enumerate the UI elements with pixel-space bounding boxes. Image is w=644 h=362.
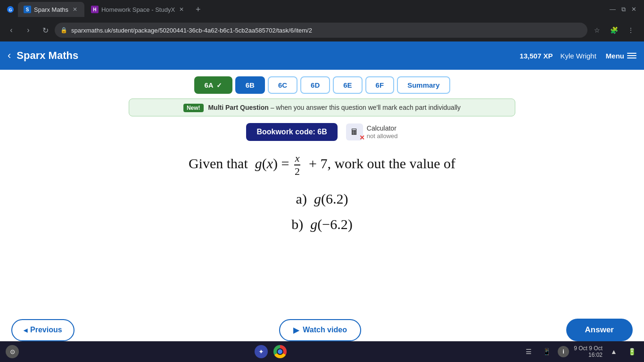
calc-x-icon: ✕ [359,134,365,141]
task-tabs: 6A ✓ 6B 6C 6D 6E 6F Summary [0,70,644,99]
hamburger-icon [627,53,636,58]
banner-suffix: – when you answer this question we'll ma… [271,104,461,111]
tab-bar: G S Sparx Maths ✕ H Homework Space - Stu… [0,0,644,19]
tab-studyx-favicon: H [91,6,99,13]
taskbar-left: ⊙ [6,345,19,358]
xp-display: 13,507 XP [520,52,553,60]
tab-6D[interactable]: 6D [300,76,330,94]
address-bar[interactable]: 🔒 sparxmaths.uk/student/package/50200441… [55,23,587,38]
taskbar-time-display: 16:02 [574,352,603,358]
tab-6A[interactable]: 6A ✓ [194,76,232,94]
previous-label: Previous [30,326,62,334]
question-preamble: Given that g(x) = x 2 + 7, work out the … [0,153,644,177]
reload-button[interactable]: ↻ [38,23,53,38]
close-icon[interactable]: ✕ [631,6,636,13]
forward-button[interactable]: › [21,23,36,38]
menu-button[interactable]: Menu [606,52,636,60]
taskbar-info-icon[interactable]: i [558,346,569,357]
calculator-label: Calculator [367,124,398,132]
bookwork-row: Bookwork code: 6B 🖩 ✕ Calculator not all… [0,123,644,141]
taskbar-battery-icon: 🔋 [625,345,638,358]
tab-6F-label: 6F [376,81,384,89]
tab-studyx-label: Homework Space - StudyX [101,6,175,13]
banner-title: Multi Part Question [208,104,268,111]
info-banner: New! Multi Part Question – when you answ… [129,99,515,116]
taskbar-date: 9 Oct GB 9 Oct [574,345,603,352]
tab-6B[interactable]: 6B [235,76,265,94]
question-content: Given that g(x) = x 2 + 7, work out the … [0,148,644,251]
video-icon: ▶ [293,326,299,335]
tab-6E-label: 6E [343,81,352,89]
user-name: Kyle Wright [560,52,596,60]
tab-sparx-close[interactable]: ✕ [71,6,79,13]
security-icon: 🔒 [60,27,67,33]
taskbar-right: ☰ 📱 i 9 Oct GB 9 Oct 16:02 ▲ 🔋 [522,345,638,358]
back-button[interactable]: ‹ [4,23,19,38]
menu-label: Menu [606,52,624,60]
taskbar-phone-icon[interactable]: 📱 [540,345,553,358]
answer-label: Answer [585,325,614,334]
taskbar-center: ✦ [19,345,522,358]
tab-sparx[interactable]: S Sparx Maths ✕ [18,2,84,17]
taskbar-sparx-icon[interactable]: ✦ [255,345,268,358]
tab-sparx-label: Sparx Maths [34,6,68,13]
svg-text:G: G [8,8,12,12]
window-controls: — ⧉ ✕ [610,6,640,13]
url-display: sparxmaths.uk/student/package/50200441-3… [71,27,312,34]
menu-icon[interactable]: ⋮ [623,23,638,38]
watch-video-label: Watch video [303,326,347,334]
back-icon[interactable]: ‹ [8,49,11,62]
app-header: ‹ Sparx Maths 13,507 XP Kyle Wright Menu [0,41,644,70]
not-allowed-label: not allowed [367,132,398,140]
tab-6C-label: 6C [278,81,287,89]
new-badge: New! [183,104,204,112]
tab-6B-label: 6B [246,81,255,89]
tab-summary-label: Summary [407,81,439,89]
calc-text: Calculator not allowed [367,124,398,140]
calc-symbol: 🖩 [350,127,359,137]
taskbar-chrome-icon[interactable] [273,345,287,358]
minimize-icon[interactable]: — [610,6,616,13]
tab-summary[interactable]: Summary [397,76,450,94]
fraction-x-over-2: x 2 [294,153,301,177]
new-tab-button[interactable]: + [192,3,205,16]
toolbar-right: ☆ 🧩 ⋮ [589,23,640,38]
part-a: a) g(6.2) [0,191,644,207]
prev-arrow-icon: ◂ [24,326,27,335]
tab-6A-label: 6A [205,81,214,89]
previous-button[interactable]: ◂ Previous [11,319,74,341]
app-logo: Sparx Maths [17,49,520,62]
tab-6F[interactable]: 6F [365,76,395,94]
part-b: b) g(−6.2) [0,216,644,232]
maximize-icon[interactable]: ⧉ [621,6,626,13]
taskbar-apps-icon[interactable]: ⊙ [6,345,19,358]
calculator-badge: 🖩 ✕ Calculator not allowed [346,123,398,140]
extension-icon[interactable]: 🧩 [606,23,621,38]
watch-video-button[interactable]: ▶ Watch video [279,319,361,341]
tab-sparx-favicon: S [24,6,31,13]
taskbar-menu-icon[interactable]: ☰ [522,345,535,358]
profile-icon[interactable]: G [4,3,17,16]
bookmark-icon[interactable]: ☆ [589,23,604,38]
address-bar-row: ‹ › ↻ 🔒 sparxmaths.uk/student/package/50… [0,19,644,41]
tab-6D-label: 6D [311,81,320,89]
bottom-bar: ◂ Previous ▶ Watch video Answer [0,319,644,341]
answer-button[interactable]: Answer [566,319,633,341]
taskbar: ⊙ ✦ ☰ 📱 i 9 Oct GB 9 Oct 16:02 ▲ 🔋 [0,341,644,362]
check-icon: ✓ [216,82,222,89]
calculator-icon: 🖩 ✕ [346,123,363,140]
tab-6E[interactable]: 6E [333,76,362,94]
bookwork-code: Bookwork code: 6B [246,123,337,141]
taskbar-wifi-icon[interactable]: ▲ [607,345,620,358]
taskbar-datetime: 9 Oct GB 9 Oct 16:02 [574,345,603,358]
tab-studyx[interactable]: H Homework Space - StudyX ✕ [85,2,191,17]
tab-6C[interactable]: 6C [268,76,297,94]
tab-studyx-close[interactable]: ✕ [178,6,185,13]
